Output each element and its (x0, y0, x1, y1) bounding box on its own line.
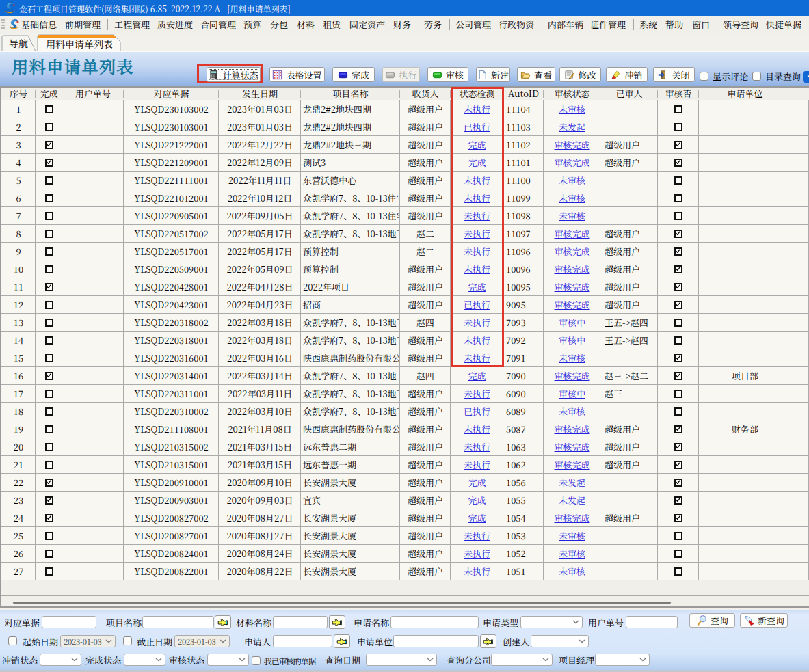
svg-text:导航: 导航 (9, 36, 28, 50)
svg-text:用料申请单列表: 用料申请单列表 (46, 37, 113, 51)
